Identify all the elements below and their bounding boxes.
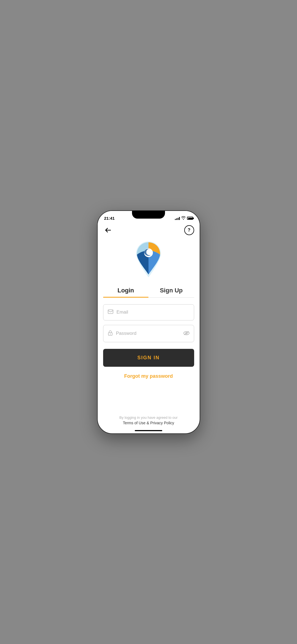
app-logo (132, 240, 165, 279)
password-input[interactable] (116, 331, 183, 336)
wifi-icon (181, 216, 186, 221)
email-input[interactable] (117, 309, 189, 315)
logo-container (98, 237, 200, 284)
tab-signup-label: Sign Up (160, 287, 183, 294)
signin-button[interactable]: SIGN IN (103, 349, 194, 367)
password-field-container (103, 325, 194, 342)
question-mark-icon: ? (188, 228, 191, 233)
signin-button-label: SIGN IN (137, 355, 160, 360)
help-button[interactable]: ? (184, 225, 194, 235)
email-icon (108, 309, 113, 315)
nav-bar: ? (98, 223, 200, 237)
terms-policy-link[interactable]: Terms of Use & Privacy Policy (103, 421, 194, 425)
footer: By logging in you have agreed to our Ter… (98, 415, 200, 425)
forgot-password-link[interactable]: Forgot my password (103, 371, 194, 381)
notch (132, 211, 165, 219)
email-field-container (103, 304, 194, 320)
tab-login-label: Login (117, 287, 134, 294)
back-button[interactable] (103, 225, 113, 235)
forgot-password-text: Forgot my password (124, 373, 173, 379)
tab-signup[interactable]: Sign Up (148, 284, 194, 297)
eye-icon[interactable] (183, 331, 189, 336)
svg-point-3 (110, 333, 111, 334)
svg-rect-1 (108, 310, 113, 314)
tab-login[interactable]: Login (103, 284, 149, 297)
home-indicator (135, 430, 162, 431)
footer-agreement-text: By logging in you have agreed to our (103, 415, 194, 420)
phone-frame: 21:41 (97, 210, 200, 434)
status-icons (175, 216, 193, 221)
form-container: SIGN IN Forgot my password (98, 304, 200, 381)
tabs-container: Login Sign Up (103, 284, 194, 298)
lock-icon (108, 330, 113, 337)
signal-icon (175, 217, 180, 220)
battery-icon (187, 217, 193, 220)
status-time: 21:41 (104, 216, 115, 221)
